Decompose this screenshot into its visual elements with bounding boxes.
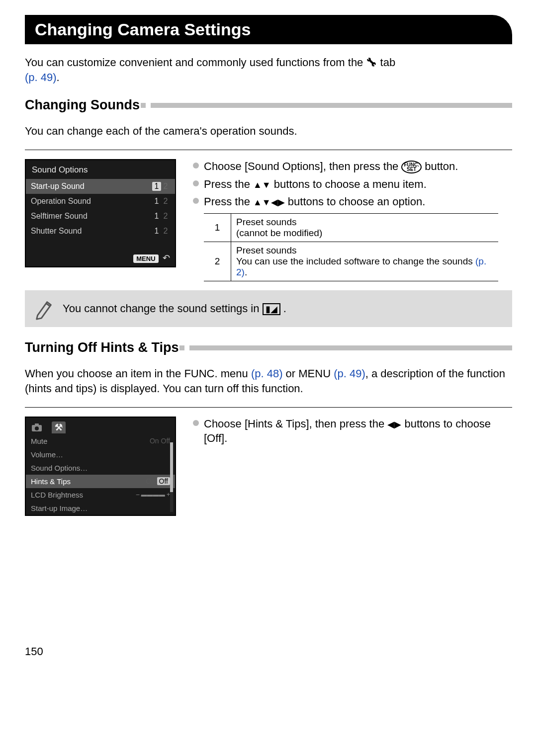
up-down-icon: ▲▼: [253, 180, 271, 190]
page-reference-link[interactable]: (p. 48): [251, 367, 283, 380]
pencil-icon: [33, 297, 56, 320]
divider: [25, 407, 512, 408]
tab-tools-icon: ⚒︎: [52, 421, 66, 433]
instruction-bullet-3: Press the ▲▼◀▶ buttons to choose an opti…: [192, 194, 512, 209]
camera-screenshot-hints-tips: ⚒︎ Mute OnOff Volume… Sound Options… Hin…: [25, 417, 176, 516]
cam-row-startup: Start-up Sound 1 2: [26, 179, 175, 194]
scrollbar: [170, 442, 173, 512]
tab-camera-icon: [30, 421, 44, 433]
instruction-bullet-hints: Choose [Hints & Tips], then press the ◀▶…: [192, 417, 512, 446]
cam-row-selftimer: Selftimer Sound 1 2: [26, 209, 175, 224]
cam-row-shutter: Shutter Sound 1 2: [26, 224, 175, 239]
mode-icon: ▮◢: [263, 303, 280, 315]
cam-title: Sound Options: [26, 160, 175, 179]
section-heading-hints: Turning Off Hints & Tips: [25, 340, 512, 355]
dpad-icon: ▲▼◀▶: [253, 197, 285, 207]
menu-row-startup-image: Start-up Image…: [26, 502, 175, 515]
page-number: 150: [25, 645, 512, 658]
section2-description: When you choose an item in the FUNC. men…: [25, 366, 512, 396]
tools-icon: 🔧︎: [366, 56, 377, 69]
menu-row-volume: Volume…: [26, 448, 175, 461]
page-title: Changing Camera Settings: [25, 15, 512, 44]
instruction-bullet-2: Press the ▲▼ buttons to choose a menu it…: [192, 177, 512, 192]
cam-row-operation: Operation Sound 1 2: [26, 194, 175, 209]
page-reference-link[interactable]: (p. 49): [25, 71, 57, 84]
return-icon: ↶: [163, 253, 170, 263]
menu-row-hints-tips: Hints & Tips OnOff: [26, 475, 175, 488]
menu-row-lcd-brightness: LCD Brightness – ▬▬▬▬ +: [26, 488, 175, 502]
menu-row-mute: Mute OnOff: [26, 434, 175, 448]
menu-row-sound-options: Sound Options…: [26, 461, 175, 475]
divider: [25, 150, 512, 150]
left-right-icon: ◀▶: [387, 420, 401, 429]
note-box: You cannot change the sound settings in …: [25, 290, 512, 327]
svg-point-2: [35, 426, 39, 430]
instruction-bullet-1: Choose [Sound Options], then press the F…: [192, 159, 512, 174]
menu-label: MENU: [133, 254, 158, 263]
page-reference-link[interactable]: (p. 49): [334, 367, 365, 380]
intro-paragraph: You can customize convenient and commonl…: [25, 55, 512, 84]
func-set-icon: FUNC.SET: [401, 161, 422, 173]
section1-description: You can change each of the camera's oper…: [25, 124, 512, 139]
section-heading-sounds: Changing Sounds: [25, 97, 512, 113]
svg-rect-1: [35, 423, 39, 426]
camera-screenshot-sound-options: Sound Options Start-up Sound 1 2 Operati…: [25, 159, 176, 267]
sound-options-table: 1 Preset sounds (cannot be modified) 2 P…: [204, 213, 498, 281]
